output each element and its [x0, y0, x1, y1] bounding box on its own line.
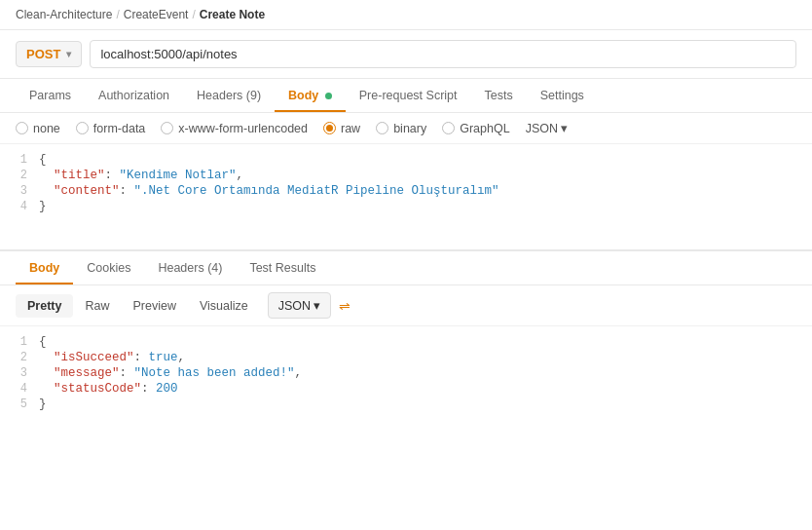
- resp-tab-body[interactable]: Body: [16, 251, 73, 284]
- resp-code-1: {: [39, 335, 47, 349]
- req-code-3: "content": ".Net Core Ortamında MediatR …: [39, 184, 499, 198]
- resp-line-2: 2 "isSucceed": true,: [0, 350, 812, 365]
- tab-authorization[interactable]: Authorization: [85, 79, 183, 112]
- resp-line-1: 1 {: [0, 334, 812, 350]
- radio-graphql-circle: [442, 122, 455, 134]
- resp-line-3: 3 "message": "Note has been added!",: [0, 365, 812, 381]
- response-format-bar: Pretty Raw Preview Visualize JSON ▾ ⇌: [0, 285, 812, 326]
- req-linenum-4: 4: [0, 200, 39, 213]
- breadcrumb-current: Create Note: [200, 8, 265, 21]
- radio-none-circle: [16, 122, 28, 134]
- req-line-1: 1 {: [0, 152, 812, 168]
- radio-graphql[interactable]: GraphQL: [442, 122, 509, 135]
- request-body-editor[interactable]: 1 { 2 "title": "Kendime Notlar", 3 "cont…: [0, 144, 812, 251]
- body-active-dot: [325, 93, 332, 99]
- radio-formdata-label: form-data: [93, 122, 146, 135]
- radio-none-label: none: [33, 122, 60, 135]
- resp-code-5: }: [39, 398, 47, 411]
- fmt-raw[interactable]: Raw: [73, 294, 121, 318]
- chevron-down-icon: ▾: [314, 298, 320, 313]
- radio-formdata[interactable]: form-data: [76, 122, 146, 135]
- fmt-pretty[interactable]: Pretty: [16, 294, 73, 318]
- radio-urlencoded-circle: [161, 122, 173, 134]
- tab-settings[interactable]: Settings: [527, 79, 598, 112]
- req-code-4: }: [39, 200, 47, 213]
- tab-params[interactable]: Params: [16, 79, 85, 112]
- req-linenum-1: 1: [0, 153, 39, 167]
- radio-raw-circle: [323, 122, 336, 134]
- json-format-label: JSON: [526, 122, 558, 135]
- resp-linenum-1: 1: [0, 335, 39, 349]
- body-type-selector: none form-data x-www-form-urlencoded raw…: [0, 113, 812, 144]
- resp-json-dropdown[interactable]: JSON ▾: [268, 292, 331, 319]
- resp-linenum-5: 5: [0, 398, 39, 411]
- radio-binary[interactable]: binary: [376, 122, 426, 135]
- breadcrumb-link-1[interactable]: Clean-Architecture: [16, 8, 112, 21]
- filter-icon[interactable]: ⇌: [339, 298, 351, 314]
- req-linenum-3: 3: [0, 184, 39, 198]
- resp-line-5: 5 }: [0, 397, 812, 412]
- radio-binary-label: binary: [393, 122, 426, 135]
- resp-tab-testresults[interactable]: Test Results: [236, 251, 329, 284]
- req-code-2: "title": "Kendime Notlar",: [39, 169, 243, 182]
- radio-binary-circle: [376, 122, 388, 134]
- resp-json-label: JSON: [278, 299, 311, 313]
- req-line-3: 3 "content": ".Net Core Ortamında Mediat…: [0, 183, 812, 199]
- radio-raw[interactable]: raw: [323, 122, 360, 135]
- radio-urlencoded-label: x-www-form-urlencoded: [178, 122, 308, 135]
- chevron-down-icon: ▾: [66, 49, 71, 59]
- response-tabs: Body Cookies Headers (4) Test Results: [0, 251, 812, 285]
- json-format-dropdown[interactable]: JSON ▾: [526, 121, 568, 135]
- req-line-4: 4 }: [0, 199, 812, 214]
- fmt-visualize[interactable]: Visualize: [188, 294, 260, 318]
- fmt-preview[interactable]: Preview: [121, 294, 187, 318]
- request-tabs: Params Authorization Headers (9) Body Pr…: [0, 79, 812, 113]
- tab-body-label: Body: [288, 89, 318, 102]
- response-section: Body Cookies Headers (4) Test Results Pr…: [0, 251, 812, 434]
- radio-urlencoded[interactable]: x-www-form-urlencoded: [161, 122, 308, 135]
- method-dropdown[interactable]: POST ▾: [16, 41, 82, 67]
- req-code-1: {: [39, 153, 47, 167]
- breadcrumb-link-2[interactable]: CreateEvent: [124, 8, 189, 21]
- resp-code-2: "isSucceed": true,: [39, 351, 185, 364]
- resp-tab-headers[interactable]: Headers (4): [144, 251, 236, 284]
- resp-code-4: "statusCode": 200: [39, 382, 178, 396]
- tab-body[interactable]: Body: [275, 79, 346, 112]
- tab-tests[interactable]: Tests: [471, 79, 527, 112]
- breadcrumb-sep-1: /: [116, 8, 119, 21]
- req-linenum-2: 2: [0, 169, 39, 182]
- chevron-down-icon: ▾: [561, 121, 568, 135]
- tab-headers[interactable]: Headers (9): [183, 79, 275, 112]
- response-body-viewer: 1 { 2 "isSucceed": true, 3 "message": "N…: [0, 326, 812, 434]
- resp-tab-cookies[interactable]: Cookies: [73, 251, 144, 284]
- radio-formdata-circle: [76, 122, 89, 134]
- tab-prerequest[interactable]: Pre-request Script: [346, 79, 471, 112]
- breadcrumb: Clean-Architecture / CreateEvent / Creat…: [0, 0, 812, 30]
- url-input[interactable]: [90, 40, 796, 68]
- resp-linenum-3: 3: [0, 366, 39, 380]
- resp-code-3: "message": "Note has been added!",: [39, 366, 302, 380]
- resp-linenum-4: 4: [0, 382, 39, 396]
- radio-raw-label: raw: [341, 122, 360, 135]
- resp-line-4: 4 "statusCode": 200: [0, 381, 812, 397]
- radio-graphql-label: GraphQL: [460, 122, 509, 135]
- resp-linenum-2: 2: [0, 351, 39, 364]
- url-bar: POST ▾: [0, 30, 812, 79]
- radio-none[interactable]: none: [16, 122, 60, 135]
- breadcrumb-sep-2: /: [192, 8, 195, 21]
- method-label: POST: [26, 47, 60, 61]
- req-line-2: 2 "title": "Kendime Notlar",: [0, 168, 812, 183]
